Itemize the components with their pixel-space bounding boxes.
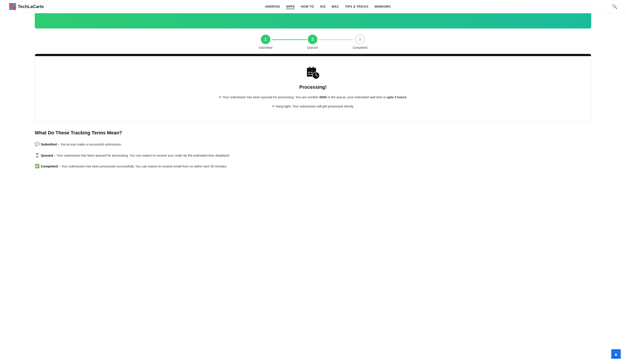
svg-rect-11 (311, 74, 313, 75)
step-line-2 (318, 39, 353, 40)
card-text-suffix: . (406, 95, 407, 99)
term-queued-desc: Your submission has been queued for proc… (57, 154, 230, 157)
step-label-2: Queued (307, 46, 318, 49)
svg-rect-2 (9, 6, 13, 10)
logo-text: TechLaCarte (18, 4, 44, 9)
step-circle-1: 1 (261, 35, 270, 44)
term-queued-sep: – (53, 154, 57, 157)
logo[interactable]: TechLaCarte (9, 3, 44, 10)
card-text-prefix: ✳ Your submission has been queued for pr… (219, 95, 319, 99)
navbar: TechLaCarte ANDROID APPS HOW TO IOS MAC … (0, 0, 626, 13)
step-label-1: Submitted (259, 46, 272, 49)
tracking-section: What Do These Tracking Terms Mean? 💬Subm… (35, 130, 591, 170)
processing-card: Processing! ✳ Your submission has been q… (35, 54, 591, 121)
nav-item-windows[interactable]: WINDOWS (375, 4, 391, 8)
step-circle-3: 3 (355, 35, 365, 44)
term-completed-desc: Your submission has been processed succe… (61, 164, 227, 168)
stepper: 1 Submitted 2 Queued 3 Completed (259, 35, 367, 49)
card-main-text: ✳ Your submission has been queued for pr… (48, 94, 578, 100)
term-queued: ⏳Queued – Your submission has been queue… (35, 152, 591, 159)
card-text-middle: in the queue, your estimated wait time i… (327, 95, 387, 99)
nav-item-apps[interactable]: APPS (286, 4, 295, 8)
card-secondary-text: ✳ Hang tight, Your submission will get p… (48, 104, 578, 109)
svg-rect-1 (13, 3, 16, 6)
svg-rect-7 (313, 67, 314, 69)
term-completed-sep: – (58, 164, 61, 168)
step-circle-2: 2 (308, 35, 317, 44)
step-submitted: 1 Submitted (259, 35, 272, 49)
svg-rect-0 (9, 3, 13, 6)
step-completed: 3 Completed (352, 35, 367, 49)
nav-item-tips[interactable]: TIPS & TRICKS (345, 4, 369, 8)
term-completed-label: Completed (41, 164, 58, 168)
svg-rect-5 (307, 68, 316, 71)
submitted-icon: 💬 (35, 142, 39, 146)
card-top-bar (35, 54, 591, 56)
term-submitted-label: Submitted (41, 142, 57, 146)
nav-item-android[interactable]: ANDROID (265, 4, 280, 8)
term-submitted: 💬Submitted – You've just made a successf… (35, 141, 591, 148)
svg-rect-3 (13, 6, 16, 10)
svg-rect-9 (311, 72, 313, 73)
term-submitted-desc: You've just made a successful submission… (60, 142, 122, 146)
nav-item-ios[interactable]: IOS (320, 4, 326, 8)
green-banner (35, 13, 591, 29)
card-title: Processing! (48, 84, 578, 90)
svg-point-16 (315, 75, 316, 76)
tracking-heading: What Do These Tracking Terms Mean? (35, 130, 591, 136)
queued-icon: ⏳ (35, 153, 39, 158)
card-body: Processing! ✳ Your submission has been q… (35, 56, 591, 121)
step-queued: 2 Queued (307, 35, 318, 49)
nav-item-howto[interactable]: HOW TO (301, 4, 314, 8)
search-icon[interactable]: 🔍 (612, 4, 617, 9)
term-queued-label: Queued (41, 154, 53, 157)
term-completed: ✅Completed – Your submission has been pr… (35, 163, 591, 170)
nav-item-mac[interactable]: MAC (332, 4, 339, 8)
step-line-1 (272, 39, 307, 40)
queue-number: 6900 (319, 95, 326, 99)
step-label-3: Completed (352, 46, 367, 49)
calendar-clock-icon (305, 65, 321, 81)
svg-rect-6 (309, 67, 311, 69)
logo-icon (9, 3, 16, 10)
nav-links: ANDROID APPS HOW TO IOS MAC TIPS & TRICK… (265, 4, 391, 8)
svg-rect-10 (308, 74, 310, 75)
wait-time: upto 3 hours (387, 95, 406, 99)
completed-icon: ✅ (35, 164, 39, 168)
svg-rect-8 (308, 72, 310, 73)
term-submitted-sep: – (57, 142, 60, 146)
